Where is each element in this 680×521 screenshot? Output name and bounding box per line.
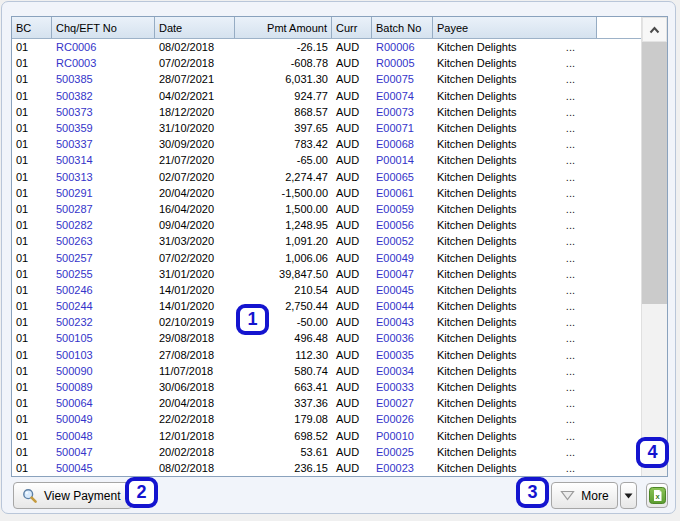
row-ellipsis[interactable]: ... (566, 235, 593, 247)
cell-curr: AUD (332, 349, 372, 361)
row-ellipsis[interactable]: ... (566, 349, 593, 361)
vertical-scrollbar[interactable] (641, 17, 667, 476)
table-row[interactable]: 0150038528/07/20216,031.30AUDE00075Kitch… (12, 71, 641, 87)
table-row[interactable]: 0150029120/04/2020-1,500.00AUDE00061Kitc… (12, 185, 641, 201)
header-batch[interactable]: Batch No (372, 17, 433, 38)
header-amount[interactable]: Pmt Amount (235, 17, 332, 38)
table-row[interactable]: 0150023202/10/2019-50.00AUDE00043Kitchen… (12, 314, 641, 330)
cell-amount: 924.77 (235, 90, 332, 102)
table-row[interactable]: 0150038204/02/2021924.77AUDE00074Kitchen… (12, 88, 641, 104)
table-row[interactable]: 0150024614/01/2020210.54AUDE00045Kitchen… (12, 282, 641, 298)
cell-batch: E00049 (372, 252, 433, 264)
row-ellipsis[interactable]: ... (566, 284, 593, 296)
table-row[interactable]: 0150031302/07/20202,274.47AUDE00065Kitch… (12, 169, 641, 185)
header-blank (597, 17, 641, 38)
header-curr[interactable]: Curr (332, 17, 372, 38)
cell-bc: 01 (12, 462, 52, 474)
row-ellipsis[interactable]: ... (566, 300, 593, 312)
table-row[interactable]: 0150004812/01/2018698.52AUDP00010Kitchen… (12, 428, 641, 444)
row-ellipsis[interactable]: ... (566, 203, 593, 215)
row-ellipsis[interactable]: ... (566, 381, 593, 393)
row-ellipsis[interactable]: ... (566, 365, 593, 377)
row-ellipsis[interactable]: ... (566, 90, 593, 102)
table-row[interactable]: 0150004922/02/2018179.08AUDE00026Kitchen… (12, 411, 641, 427)
cell-date: 31/03/2020 (155, 235, 235, 247)
table-row[interactable]: 0150004508/02/2018236.15AUDE00023Kitchen… (12, 460, 641, 476)
payee-text: Kitchen Delights (437, 219, 517, 231)
table-row[interactable]: 0150010529/08/2018496.48AUDE00036Kitchen… (12, 330, 641, 346)
cell-amount: 1,006.06 (235, 252, 332, 264)
table-row[interactable]: 01RC000307/02/2018-608.78AUDR00005Kitche… (12, 55, 641, 71)
row-ellipsis[interactable]: ... (566, 187, 593, 199)
table-row[interactable]: 0150026331/03/20201,091.20AUDE00052Kitch… (12, 233, 641, 249)
table-row[interactable]: 0150010327/08/2018112.30AUDE00035Kitchen… (12, 347, 641, 363)
table-row[interactable]: 0150028716/04/20201,500.00AUDE00059Kitch… (12, 201, 641, 217)
more-button[interactable]: More (551, 482, 618, 509)
header-payee[interactable]: Payee (433, 17, 597, 38)
row-ellipsis[interactable]: ... (566, 316, 593, 328)
cell-bc: 01 (12, 154, 52, 166)
row-ellipsis[interactable]: ... (566, 462, 593, 474)
cell-amount: 698.52 (235, 430, 332, 442)
table-row[interactable]: 0150025531/01/202039,847.50AUDE00047Kitc… (12, 266, 641, 282)
cell-curr: AUD (332, 90, 372, 102)
cell-amount: 236.15 (235, 462, 332, 474)
payee-text: Kitchen Delights (437, 332, 517, 344)
view-payment-button[interactable]: View Payment (13, 482, 132, 509)
table-row[interactable]: 0150006420/04/2018337.36AUDE00027Kitchen… (12, 395, 641, 411)
table-row[interactable]: 0150024414/01/20202,750.44AUDE00044Kitch… (12, 298, 641, 314)
cell-batch: R00006 (372, 41, 433, 53)
row-ellipsis[interactable]: ... (566, 413, 593, 425)
cell-curr: AUD (332, 171, 372, 183)
table-row[interactable]: 0150004720/02/201853.61AUDE00025Kitchen … (12, 444, 641, 460)
scrollbar-thumb[interactable] (642, 42, 667, 304)
table-row[interactable]: 0150031421/07/2020-65.00AUDP00014Kitchen… (12, 152, 641, 168)
table-row[interactable]: 0150035931/10/2020397.65AUDE00071Kitchen… (12, 120, 641, 136)
table-row[interactable]: 0150037318/12/2020868.57AUDE00073Kitchen… (12, 104, 641, 120)
table-row[interactable]: 0150009011/07/2018580.74AUDE00034Kitchen… (12, 363, 641, 379)
table-row[interactable]: 0150025707/02/20201,006.06AUDE00049Kitch… (12, 249, 641, 265)
cell-date: 31/10/2020 (155, 122, 235, 134)
payee-text: Kitchen Delights (437, 154, 517, 166)
payee-text: Kitchen Delights (437, 235, 517, 247)
row-ellipsis[interactable]: ... (566, 446, 593, 458)
export-excel-button[interactable]: x (646, 483, 668, 508)
more-dropdown-button[interactable] (620, 482, 637, 509)
payee-text: Kitchen Delights (437, 397, 517, 409)
cell-batch: E00036 (372, 332, 433, 344)
cell-date: 20/04/2020 (155, 187, 235, 199)
row-ellipsis[interactable]: ... (566, 106, 593, 118)
row-ellipsis[interactable]: ... (566, 41, 593, 53)
header-date[interactable]: Date (155, 17, 235, 38)
row-ellipsis[interactable]: ... (566, 430, 593, 442)
table-row[interactable]: 0150028209/04/20201,248.95AUDE00056Kitch… (12, 217, 641, 233)
row-ellipsis[interactable]: ... (566, 138, 593, 150)
scroll-up-button[interactable] (642, 17, 667, 42)
cell-amount: 397.65 (235, 122, 332, 134)
row-ellipsis[interactable]: ... (566, 397, 593, 409)
cell-date: 20/04/2018 (155, 397, 235, 409)
row-ellipsis[interactable]: ... (566, 332, 593, 344)
row-ellipsis[interactable]: ... (566, 268, 593, 280)
cell-batch: E00073 (372, 106, 433, 118)
row-ellipsis[interactable]: ... (566, 73, 593, 85)
row-ellipsis[interactable]: ... (566, 252, 593, 264)
cell-chq: 500064 (52, 397, 155, 409)
row-ellipsis[interactable]: ... (566, 219, 593, 231)
row-ellipsis[interactable]: ... (566, 154, 593, 166)
table-row[interactable]: 0150033730/09/2020783.42AUDE00068Kitchen… (12, 136, 641, 152)
cell-amount: 580.74 (235, 365, 332, 377)
cell-amount: 6,031.30 (235, 73, 332, 85)
row-ellipsis[interactable]: ... (566, 122, 593, 134)
row-ellipsis[interactable]: ... (566, 171, 593, 183)
table-row[interactable]: 0150008930/06/2018663.41AUDE00033Kitchen… (12, 379, 641, 395)
row-ellipsis[interactable]: ... (566, 57, 593, 69)
cell-batch: R00005 (372, 57, 433, 69)
table-row[interactable]: 01RC000608/02/2018-26.15AUDR00006Kitchen… (12, 39, 641, 55)
cell-bc: 01 (12, 381, 52, 393)
header-chq[interactable]: Chq/EFT No (52, 17, 155, 38)
filter-triangle-icon (560, 490, 575, 501)
header-bc[interactable]: BC (12, 17, 52, 38)
cell-payee: Kitchen Delights... (433, 73, 597, 85)
cell-curr: AUD (332, 138, 372, 150)
